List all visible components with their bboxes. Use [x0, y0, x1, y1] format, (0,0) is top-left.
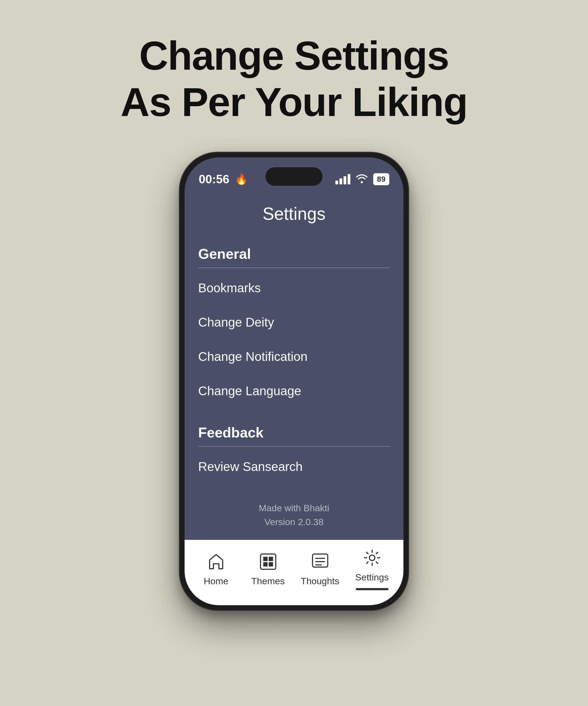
tab-thoughts[interactable]: Thoughts [294, 551, 346, 586]
settings-item-change-language[interactable]: Change Language [198, 374, 390, 408]
section-header-feedback: Feedback [198, 414, 390, 446]
settings-item-bookmarks[interactable]: Bookmarks [198, 271, 390, 305]
footer-text: Made with Bhakti Version 2.0.38 [184, 501, 404, 540]
settings-item-change-notification[interactable]: Change Notification [198, 339, 390, 374]
battery-indicator: 89 [373, 173, 389, 185]
tab-bar: Home Themes [184, 540, 404, 605]
home-icon [205, 551, 227, 573]
time-display: 00:56 [199, 172, 229, 186]
tab-active-indicator [356, 588, 388, 590]
status-time: 00:56 🔥 [199, 172, 248, 186]
headline-line1: Change Settings [121, 33, 467, 79]
screen-title: Settings [184, 196, 404, 235]
footer-line2: Version 2.0.38 [184, 515, 404, 529]
svg-point-9 [369, 555, 375, 560]
phone-screen: 00:56 🔥 [184, 157, 404, 605]
section-divider-general [198, 268, 390, 268]
screen-content: Settings General Bookmarks Change Deity … [184, 196, 404, 605]
dynamic-island [265, 167, 323, 186]
status-right: 89 [335, 173, 389, 186]
settings-list: General Bookmarks Change Deity Change No… [184, 235, 404, 501]
tab-thoughts-label: Thoughts [301, 576, 339, 586]
flame-icon: 🔥 [235, 173, 248, 185]
footer-line1: Made with Bhakti [184, 501, 404, 515]
battery-level: 89 [377, 175, 385, 184]
settings-item-change-deity[interactable]: Change Deity [198, 305, 390, 339]
svg-rect-4 [269, 562, 273, 566]
headline-line2: As Per Your Liking [121, 79, 467, 125]
section-header-general: General [198, 235, 390, 268]
themes-icon [257, 551, 279, 573]
thoughts-icon [309, 551, 331, 573]
signal-icon [335, 174, 350, 184]
section-divider-feedback [198, 446, 390, 447]
tab-themes[interactable]: Themes [242, 551, 294, 586]
wifi-icon [356, 173, 368, 186]
phone-mockup: 00:56 🔥 [180, 153, 408, 610]
tab-settings[interactable]: Settings [346, 547, 398, 590]
page-headline: Change Settings As Per Your Liking [121, 33, 467, 125]
svg-rect-2 [269, 557, 273, 561]
settings-icon [361, 547, 383, 569]
svg-rect-0 [260, 554, 276, 569]
svg-rect-3 [263, 562, 267, 566]
svg-rect-1 [263, 557, 267, 561]
tab-home-label: Home [204, 576, 228, 586]
tab-themes-label: Themes [251, 576, 285, 586]
settings-item-review-sansearch[interactable]: Review Sansearch [198, 449, 390, 484]
tab-home[interactable]: Home [190, 551, 242, 586]
tab-settings-label: Settings [355, 572, 389, 583]
